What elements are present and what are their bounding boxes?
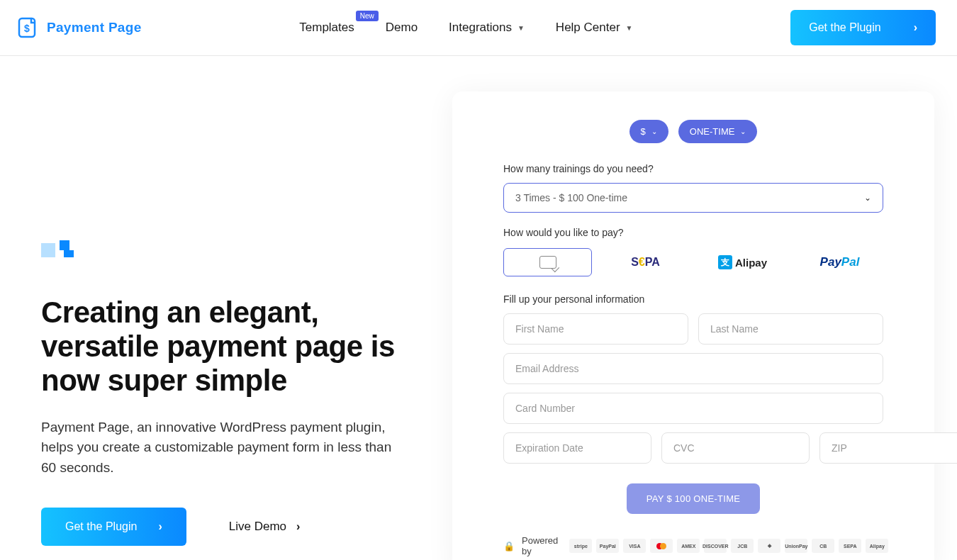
pay-button[interactable]: PAY $ 100 ONE-TIME [627,483,761,514]
brand-visa: VISA [623,539,646,553]
chevron-down-icon: ▼ [626,24,633,32]
payment-method-card[interactable] [503,248,592,276]
brand-strip: stripe PayPal VISA AMEX DISCOVER JCB ◈ U… [569,539,888,553]
trainings-value: 3 Times - $ 100 One-time [515,192,627,203]
payment-method-paypal[interactable]: PayPal [796,248,883,276]
brand-alipay: Alipay [866,539,888,553]
hero-subtext: Payment Page, an innovative WordPress pa… [41,418,410,478]
nav-help-center[interactable]: Help Center ▼ [556,21,633,35]
logo-text: Payment Page [47,20,142,35]
chevron-down-icon: ⌄ [651,128,657,135]
sepa-logo: S€PA [631,256,660,269]
frequency-label: ONE-TIME [690,126,735,137]
chevron-right-icon: › [914,21,917,34]
currency-label: $ [641,126,646,137]
trainings-select[interactable]: 3 Times - $ 100 One-time ⌄ [503,183,883,213]
decorative-squares [41,240,424,257]
brand-paypal: PayPal [596,539,619,553]
frequency-selector[interactable]: ONE-TIME ⌄ [678,120,758,143]
card-number-field[interactable] [503,393,883,424]
chevron-down-icon: ▼ [517,24,525,32]
chevron-down-icon: ⌄ [864,193,871,203]
payment-method-label: How would you like to pay? [503,227,883,238]
email-field[interactable] [503,353,883,384]
paypal-logo: PayPal [820,255,860,269]
currency-selector[interactable]: $ ⌄ [629,120,668,143]
lock-icon: 🔒 [503,541,515,551]
brand-discover: DISCOVER [704,539,727,553]
powered-label: Powered by [522,535,558,556]
header: $ Payment Page Templates New Demo Integr… [0,0,957,56]
brand-mastercard [650,539,673,553]
payment-form-card: $ ⌄ ONE-TIME ⌄ How many trainings do you… [452,91,934,560]
expiration-field[interactable] [503,432,651,464]
logo[interactable]: $ Payment Page [16,16,142,39]
brand-sepa: SEPA [839,539,861,553]
nav-help-label: Help Center [556,21,620,35]
card-icon [539,256,556,269]
nav-templates-label: Templates [299,21,354,35]
brand-unionpay: UnionPay [785,539,807,553]
live-demo-label: Live Demo [229,520,286,534]
live-demo-link[interactable]: Live Demo › [229,520,301,534]
personal-info-label: Fill up your personal information [503,293,883,305]
nav-integrations-label: Integrations [449,21,512,35]
hero-headline: Creating an elegant, versatile payment p… [41,296,424,398]
pill-row: $ ⌄ ONE-TIME ⌄ [503,120,883,143]
cvc-field[interactable] [661,432,810,464]
brand-jcb: JCB [731,539,754,553]
brand-stripe: stripe [569,539,592,553]
hero-get-plugin-button[interactable]: Get the Plugin › [41,508,186,546]
hero-cta-label: Get the Plugin [65,520,137,533]
brand-diners: ◈ [758,539,780,553]
nav-demo-label: Demo [386,21,418,35]
payment-method-sepa[interactable]: S€PA [602,248,689,276]
logo-icon: $ [16,16,38,39]
new-badge: New [356,11,379,21]
main-nav: Templates New Demo Integrations ▼ Help C… [299,21,632,35]
get-plugin-button[interactable]: Get the Plugin › [790,10,936,45]
payment-methods: S€PA 支 Alipay PayPal [503,248,883,276]
payment-method-alipay[interactable]: 支 Alipay [699,248,786,276]
hero-actions: Get the Plugin › Live Demo › [41,508,424,546]
first-name-field[interactable] [503,313,688,345]
svg-text:$: $ [24,23,30,34]
last-name-field[interactable] [698,313,883,345]
hero-right: $ ⌄ ONE-TIME ⌄ How many trainings do you… [452,91,934,560]
nav-demo[interactable]: Demo [386,21,418,35]
brand-cb: CB [812,539,834,553]
chevron-right-icon: › [296,520,300,533]
fields [503,313,883,464]
trainings-label: How many trainings do you need? [503,163,883,174]
powered-by: 🔒 Powered by stripe PayPal VISA AMEX DIS… [503,535,883,556]
nav-templates[interactable]: Templates New [299,21,354,35]
hero-left: Creating an elegant, versatile payment p… [41,91,424,560]
hero-section: Creating an elegant, versatile payment p… [0,56,957,560]
nav-integrations[interactable]: Integrations ▼ [449,21,525,35]
zip-field[interactable] [819,432,957,464]
alipay-logo: 支 Alipay [718,255,767,269]
cta-label: Get the Plugin [809,21,880,34]
chevron-right-icon: › [158,520,162,533]
chevron-down-icon: ⌄ [740,128,746,135]
brand-amex: AMEX [677,539,700,553]
